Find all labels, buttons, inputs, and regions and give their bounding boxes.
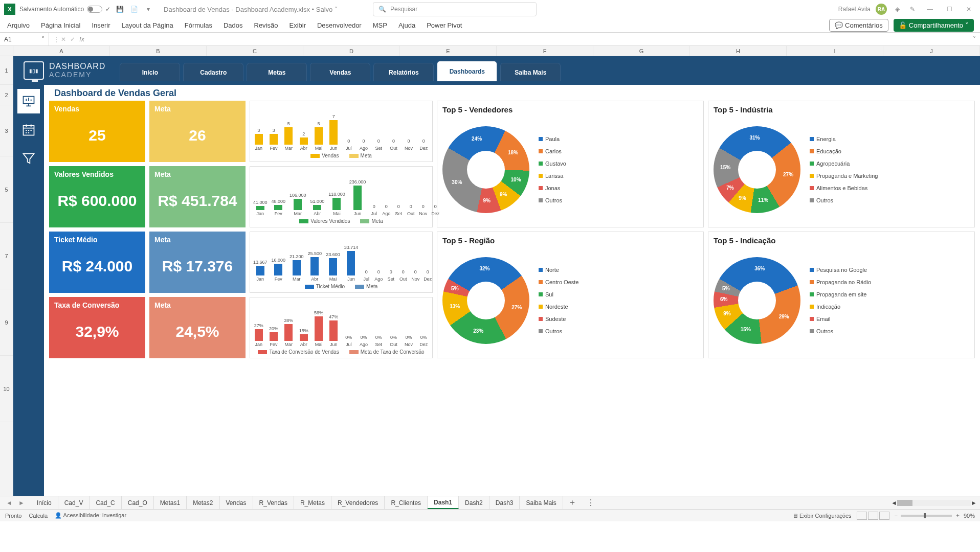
sheet-menu-icon[interactable]: ⋮ <box>582 498 600 508</box>
col-header[interactable]: G <box>593 46 690 56</box>
sheet-tab[interactable]: Metas2 <box>187 496 219 509</box>
nav-tab-cadastro[interactable]: Cadastro <box>183 63 243 81</box>
cancel-icon[interactable]: ⋮ ✕ <box>53 36 66 43</box>
row-header[interactable]: 3 <box>0 105 13 156</box>
add-sheet-button[interactable]: ＋ <box>563 497 582 508</box>
col-header[interactable]: D <box>303 46 400 56</box>
ribbon-tab-revisão[interactable]: Revisão <box>253 19 279 31</box>
col-header[interactable]: F <box>497 46 593 56</box>
search-input[interactable]: 🔍 Pesquisar <box>373 2 537 16</box>
ribbon-tab-dados[interactable]: Dados <box>222 19 244 31</box>
column-headers: ABCDEFGHIJ <box>0 46 980 56</box>
diamond-icon[interactable]: ◈ <box>892 4 902 14</box>
sheet-tab[interactable]: Metas1 <box>154 496 187 509</box>
fx-icon[interactable]: fx <box>79 36 84 43</box>
presentation-icon[interactable] <box>17 89 40 113</box>
sheet-tab[interactable]: Vendas <box>220 496 253 509</box>
sheet-tab[interactable]: Cad_V <box>58 496 90 509</box>
comment-icon: 💬 <box>835 21 843 29</box>
sheet-tab[interactable]: Dash3 <box>489 496 520 509</box>
nav-tab-dashboards[interactable]: Dashboards <box>437 61 497 81</box>
col-header[interactable]: B <box>110 46 207 56</box>
qat-dropdown-icon[interactable]: ▾ <box>143 4 153 14</box>
comments-button[interactable]: 💬 Comentários <box>829 19 888 32</box>
toggle-icon[interactable] <box>87 6 102 13</box>
sheet-tab[interactable]: Dash1 <box>428 496 459 509</box>
nav-tab-relatórios[interactable]: Relatórios <box>373 63 434 81</box>
filter-icon[interactable] <box>17 146 40 171</box>
accessibility-status[interactable]: 👤 Acessibilidade: investigar <box>55 512 126 519</box>
col-header[interactable]: C <box>207 46 303 56</box>
horizontal-scrollbar[interactable]: ◄► <box>888 499 980 507</box>
view-mode-buttons[interactable] <box>857 512 889 520</box>
autosave-toggle[interactable]: Salvamento Automático ✓ <box>19 6 110 13</box>
nav-tab-metas[interactable]: Metas <box>247 63 307 81</box>
col-header[interactable]: J <box>883 46 980 56</box>
expand-formula-icon[interactable]: ˅ <box>969 36 980 43</box>
ribbon-tab-arquivo[interactable]: Arquivo <box>6 19 31 31</box>
pdf-icon[interactable]: 📄 <box>129 4 139 14</box>
dashboard-header: ▮▯▮ DASHBOARDACADEMY InícioCadastroMetas… <box>13 56 980 85</box>
row-header[interactable]: 2 <box>0 85 13 105</box>
ribbon-tab-msp[interactable]: MSP <box>372 19 388 31</box>
select-all-cell[interactable] <box>0 46 13 56</box>
name-box[interactable]: A1˅ <box>0 33 49 45</box>
ribbon-tab-layout-da-página[interactable]: Layout da Página <box>121 19 174 31</box>
sheet-tab[interactable]: Dash2 <box>459 496 489 509</box>
sheet-tab[interactable]: R_Vendas <box>253 496 294 509</box>
save-icon[interactable]: 💾 <box>115 4 125 14</box>
bar <box>332 198 341 210</box>
minimize-icon[interactable]: — <box>923 2 937 16</box>
sheet-nav-arrows[interactable]: ◄► <box>0 499 31 507</box>
row-header[interactable]: 5 <box>0 156 13 223</box>
sheet-tab[interactable]: Saiba Mais <box>520 496 563 509</box>
ribbon-tab-exibir[interactable]: Exibir <box>288 19 307 31</box>
confirm-icon[interactable]: ✓ <box>70 36 75 43</box>
ribbon-tab-desenvolvedor[interactable]: Desenvolvedor <box>316 19 363 31</box>
sheet-tab[interactable]: R_Clientes <box>385 496 428 509</box>
avatar[interactable]: RA <box>876 4 887 15</box>
share-button[interactable]: 🔓 Compartilhamento ˅ <box>894 19 974 32</box>
chevron-down-icon[interactable]: ˅ <box>41 36 44 43</box>
pen-icon[interactable]: ✎ <box>907 4 918 14</box>
bar-category: Nov <box>411 277 419 282</box>
sheet-tab[interactable]: Cad_O <box>122 496 154 509</box>
file-name[interactable]: Dashboard de Vendas - Dashboard Academy.… <box>164 6 338 13</box>
row-header[interactable]: 10 <box>0 356 13 422</box>
row-header[interactable]: 9 <box>0 289 13 356</box>
bar-category: Fev <box>275 211 282 216</box>
display-settings[interactable]: 🖥 Exibir Configurações <box>792 513 852 519</box>
calendar-icon[interactable] <box>17 118 40 142</box>
mini-chart: 3Jan3Fev5Mar2Abr5Mai7Jun0Jul0Ago0Set0Out… <box>250 101 433 162</box>
worksheet[interactable]: ▮▯▮ DASHBOARDACADEMY InícioCadastroMetas… <box>13 56 980 496</box>
col-header[interactable]: H <box>690 46 787 56</box>
nav-tab-saiba-mais[interactable]: Saiba Mais <box>500 63 561 81</box>
sheet-tab[interactable]: Cad_C <box>90 496 121 509</box>
sheet-tab[interactable]: R_Vendedores <box>331 496 385 509</box>
user-name[interactable]: Rafael Avila <box>838 6 871 13</box>
ribbon-tab-ajuda[interactable]: Ajuda <box>397 19 416 31</box>
nav-tab-início[interactable]: Início <box>120 63 180 81</box>
legend-item: Norte <box>539 267 578 273</box>
dashboard-content: Dashboard de Vendas Geral Vendas25Meta26… <box>44 85 980 496</box>
ribbon-tab-página-inicial[interactable]: Página Inicial <box>40 19 81 31</box>
maximize-icon[interactable]: ☐ <box>942 2 956 16</box>
sheet-tab[interactable]: R_Metas <box>294 496 331 509</box>
bar-label: 0 <box>365 269 368 274</box>
close-icon[interactable]: ✕ <box>962 2 976 16</box>
col-header[interactable]: E <box>400 46 497 56</box>
bar-label: 7 <box>332 114 335 119</box>
ribbon-tab-power-pivot[interactable]: Power Pivot <box>426 19 463 31</box>
zoom-control[interactable]: −＋90% <box>895 512 975 519</box>
donut-slice-label: 24% <box>472 136 482 142</box>
row-header[interactable]: 7 <box>0 223 13 289</box>
sheet-tab[interactable]: Início <box>31 496 58 509</box>
nav-tab-vendas[interactable]: Vendas <box>310 63 370 81</box>
row-header[interactable]: 1 <box>0 56 13 85</box>
ribbon-tab-inserir[interactable]: Inserir <box>91 19 111 31</box>
col-header[interactable]: I <box>787 46 883 56</box>
legend-item: Energia <box>810 136 878 142</box>
col-header[interactable]: A <box>13 46 110 56</box>
bar <box>274 264 282 275</box>
ribbon-tab-fórmulas[interactable]: Fórmulas <box>184 19 213 31</box>
